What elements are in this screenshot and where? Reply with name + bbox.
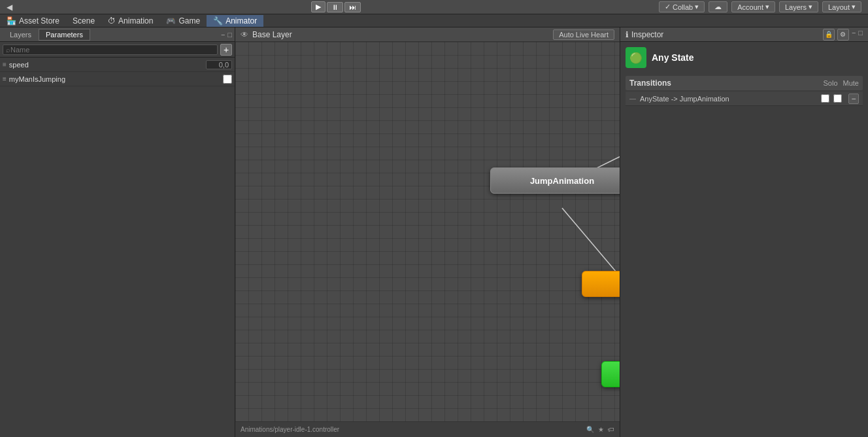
transition-mute-checkbox[interactable] (833, 94, 842, 103)
play-back-icon: ◀ (7, 3, 12, 12)
canvas-header: 👁 Base Layer Auto Live Heart (235, 27, 620, 42)
tab-parameters[interactable]: Parameters (39, 29, 90, 41)
param-item-speed[interactable]: ≡ speed 0,0 (0, 58, 235, 72)
transition-remove-button[interactable]: − (848, 94, 859, 104)
tab-parameters-label: Parameters (46, 31, 83, 39)
menu-item-animation[interactable]: ⏱ Animation (101, 15, 159, 27)
inspector-controls: 🔒 ⚙ − □ (823, 29, 863, 41)
inspector-expand-icon[interactable]: □ (858, 29, 863, 41)
layers-dropdown-icon: ▾ (809, 3, 812, 11)
tag-icon[interactable]: 🏷 (608, 426, 614, 433)
inspector-header: ℹ Inspector 🔒 ⚙ − □ (620, 27, 868, 42)
maximize-icon[interactable]: □ (227, 31, 232, 39)
top-toolbar: ◀ ▶ ⏸ ⏭ ✓ Collab ▾ ☁ Account ▾ Layers ▾ … (0, 0, 868, 14)
state-node-idle-animation[interactable]: idleAnimation (582, 271, 620, 297)
asset-store-label: Asset Store (19, 16, 59, 26)
canvas-header-left: 👁 Base Layer (241, 30, 292, 39)
state-node-jump-animation[interactable]: JumpAnimation (490, 167, 620, 194)
layer-name: Base Layer (252, 30, 292, 39)
toolbar-left: ◀ (0, 3, 12, 12)
search-bar: + (0, 42, 235, 58)
param-item-jumping[interactable]: ≡ myManIsJumping (0, 72, 235, 86)
col-solo-label: Solo (824, 79, 838, 87)
animator-tab-bar: Layers Parameters − □ (0, 27, 235, 42)
canvas-area[interactable]: 👁 Base Layer Auto Live Heart (235, 27, 620, 437)
animator-tabs: Layers Parameters (3, 29, 90, 41)
add-parameter-button[interactable]: + (220, 44, 232, 56)
state-node-entry[interactable]: Entry (601, 361, 620, 387)
transition-arrow-icon: — (629, 95, 636, 102)
tab-layers[interactable]: Layers (3, 29, 39, 41)
layout-label: Layout (828, 3, 850, 11)
object-icon: 🟢 (626, 47, 646, 68)
pause-button[interactable]: ⏸ (327, 2, 343, 12)
animator-icon: 🔧 (213, 16, 223, 26)
menu-item-scene[interactable]: Scene (66, 15, 101, 27)
cloud-button[interactable]: ☁ (709, 1, 727, 12)
animator-label: Animator (225, 16, 257, 26)
inspector-minimize-icon[interactable]: − (852, 29, 856, 41)
transitions-label: Transitions (629, 79, 671, 88)
menu-item-asset-store[interactable]: 🏪 Asset Store (0, 15, 66, 27)
scene-label: Scene (73, 16, 95, 26)
step-button[interactable]: ⏭ (344, 2, 361, 12)
param-speed-name: speed (9, 61, 203, 69)
star-icon[interactable]: ★ (598, 426, 604, 433)
object-name: Any State (652, 52, 694, 63)
param-jumping-name: myManIsJumping (9, 75, 220, 83)
animation-icon: ⏱ (108, 16, 116, 26)
collab-icon: ✓ (665, 3, 671, 11)
param-jumping-icon: ≡ (3, 75, 7, 82)
canvas-path: Animations/player-idle-1.controller (241, 426, 339, 433)
asset-store-icon: 🏪 (7, 16, 16, 26)
main-layout: Layers Parameters − □ + ≡ speed 0, (0, 27, 868, 437)
account-button[interactable]: Account ▾ (731, 1, 775, 12)
auto-live-label: Auto Live Heart (559, 31, 609, 39)
transitions-columns: Solo Mute (824, 79, 860, 87)
inspector-content: 🟢 Any State Transitions Solo Mute — AnyS… (620, 42, 868, 437)
layers-label: Layers (785, 3, 807, 11)
param-speed-value[interactable]: 0,0 (206, 60, 232, 69)
toolbar-right: ✓ Collab ▾ ☁ Account ▾ Layers ▾ Layout ▾ (659, 1, 868, 12)
inspector-lock-button[interactable]: 🔒 (823, 29, 835, 41)
collab-dropdown-icon: ▾ (695, 3, 699, 11)
play-button[interactable]: ▶ (311, 1, 326, 12)
menu-bar: 🏪 Asset Store Scene ⏱ Animation 🎮 Game 🔧… (0, 14, 868, 27)
toolbar-center: ▶ ⏸ ⏭ (311, 1, 361, 12)
layout-button[interactable]: Layout ▾ (822, 1, 861, 12)
layer-eye-icon: 👁 (241, 30, 248, 39)
jump-animation-label: JumpAnimation (530, 176, 594, 186)
inspector-object-header: 🟢 Any State (626, 47, 863, 68)
layout-dropdown-icon: ▾ (852, 3, 856, 11)
inspector-label: Inspector (631, 30, 663, 39)
plus-icon: + (224, 44, 229, 55)
menu-item-animator[interactable]: 🔧 Animator (207, 15, 263, 27)
grid-canvas[interactable]: Any State JumpAnimation runAnimation idl… (235, 42, 620, 421)
minus-icon: − (851, 94, 856, 103)
canvas-footer: Animations/player-idle-1.controller 🔍 ★ … (235, 421, 620, 437)
transitions-section-header: Transitions Solo Mute (626, 76, 863, 90)
collab-button[interactable]: ✓ Collab ▾ (659, 1, 705, 12)
game-icon: 🎮 (166, 16, 176, 26)
canvas-footer-right: 🔍 ★ 🏷 (586, 426, 614, 433)
parameter-list: ≡ speed 0,0 ≡ myManIsJumping (0, 58, 235, 437)
auto-live-button[interactable]: Auto Live Heart (553, 29, 614, 40)
menu-item-game[interactable]: 🎮 Game (159, 15, 207, 27)
object-icon-symbol: 🟢 (629, 52, 643, 64)
collab-label: Collab (673, 3, 693, 11)
inspector-settings-button[interactable]: ⚙ (837, 29, 849, 41)
param-jumping-checkbox[interactable] (223, 75, 232, 84)
transition-label: AnyState -> JumpAnimation (640, 95, 817, 103)
transition-solo-checkbox[interactable] (821, 94, 829, 103)
search-input[interactable] (3, 44, 218, 55)
cloud-icon: ☁ (714, 3, 722, 11)
tab-layers-label: Layers (10, 31, 31, 39)
account-label: Account (737, 3, 763, 11)
minimize-icon[interactable]: − (221, 31, 225, 39)
arrows-svg (235, 56, 620, 406)
animation-label: Animation (118, 16, 153, 26)
transition-item-any-jump[interactable]: — AnyState -> JumpAnimation − (626, 92, 863, 106)
account-dropdown-icon: ▾ (765, 3, 769, 11)
col-mute-label: Mute (843, 79, 859, 87)
layers-button[interactable]: Layers ▾ (779, 1, 818, 12)
